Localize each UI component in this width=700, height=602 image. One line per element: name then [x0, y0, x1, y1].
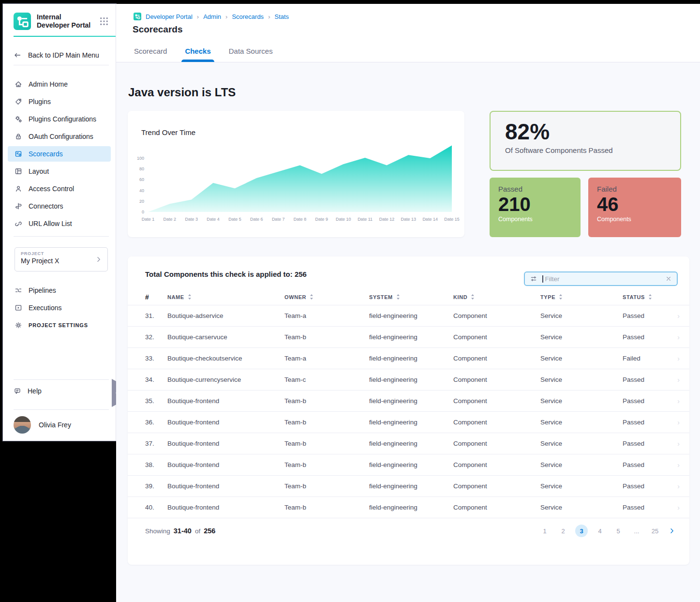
- table-row[interactable]: 36.Boutique-frontendTeam-bfield-engineer…: [128, 412, 689, 433]
- sidebar-item-label: Plugins: [29, 98, 51, 105]
- row-chevron-icon: ›: [677, 397, 680, 405]
- sidebar-item-project-settings[interactable]: PROJECT SETTINGS: [8, 317, 111, 333]
- cell-system: field-engineering: [369, 504, 453, 511]
- pass-percentage-caption: Of Software Components Passed: [505, 146, 666, 154]
- breadcrumb-admin[interactable]: Admin: [203, 13, 221, 20]
- tab-data-sources[interactable]: Data Sources: [229, 47, 273, 62]
- sidebar-item-executions[interactable]: Executions: [8, 300, 111, 316]
- row-chevron-icon: ›: [677, 376, 680, 384]
- sidebar-item-help[interactable]: Help: [14, 387, 42, 395]
- filter-sliders-icon[interactable]: [530, 275, 537, 283]
- filter-input[interactable]: Filter: [524, 271, 678, 286]
- cell-owner: Team-a: [284, 355, 369, 362]
- passed-caption: Components: [498, 216, 572, 223]
- app-grid-icon[interactable]: [99, 16, 109, 26]
- column-header-owner: OWNER: [284, 294, 369, 300]
- cell-type: Service: [540, 461, 623, 468]
- gear-icon: [15, 321, 22, 329]
- layout-icon: [15, 167, 22, 175]
- tab-scorecard[interactable]: Scorecard: [134, 47, 167, 62]
- column-header-num: #: [145, 293, 167, 301]
- divider: [14, 236, 109, 237]
- cell-name: Boutique-currencyservice: [167, 376, 284, 383]
- main-area: Developer Portal›Admin›Scorecards›Stats …: [116, 4, 700, 602]
- sort-icon[interactable]: [648, 294, 652, 300]
- divider: [14, 65, 109, 65]
- sort-icon[interactable]: [559, 294, 563, 300]
- cell-kind: Component: [453, 312, 540, 319]
- sidebar-item-access-control[interactable]: Access Control: [8, 181, 111, 196]
- page-2[interactable]: 2: [557, 525, 569, 537]
- table-row[interactable]: 37.Boutique-frontendTeam-bfield-engineer…: [128, 433, 689, 454]
- showing-label: Showing: [145, 527, 170, 535]
- sort-icon[interactable]: [396, 294, 400, 300]
- cell-system: field-engineering: [369, 461, 453, 468]
- cell-kind: Component: [453, 419, 540, 426]
- table-row[interactable]: 38.Boutique-frontendTeam-bfield-engineer…: [128, 454, 689, 476]
- column-label: NAME: [167, 294, 184, 300]
- close-icon[interactable]: [665, 275, 672, 282]
- sort-icon[interactable]: [310, 294, 313, 300]
- cell-system: field-engineering: [369, 419, 453, 426]
- project-selector[interactable]: PROJECT My Project X: [15, 247, 108, 271]
- row-num: 39.: [145, 482, 167, 490]
- total-count: 256: [204, 527, 215, 535]
- page-1[interactable]: 1: [538, 525, 551, 537]
- table-row[interactable]: 40.Boutique-frontendTeam-bfield-engineer…: [128, 497, 689, 518]
- sort-icon[interactable]: [188, 294, 192, 300]
- breadcrumb-stats[interactable]: Stats: [274, 13, 289, 20]
- page-3[interactable]: 3: [575, 525, 588, 537]
- table-row[interactable]: 39.Boutique-frontendTeam-bfield-engineer…: [128, 476, 689, 497]
- y-tick-label: 40: [128, 188, 144, 193]
- cell-name: Boutique-frontend: [167, 482, 284, 490]
- row-chevron-icon: ›: [677, 419, 680, 426]
- breadcrumb-scorecards[interactable]: Scorecards: [232, 13, 264, 20]
- avatar: [14, 416, 31, 434]
- scorecard-icon: [15, 150, 22, 158]
- sidebar-item-url-allow-list[interactable]: URL Allow List: [8, 216, 111, 231]
- cell-name: Boutique-adservice: [167, 312, 284, 319]
- row-chevron-icon: ›: [677, 482, 680, 490]
- sidebar-item-label: Scorecards: [29, 150, 63, 158]
- page-4[interactable]: 4: [594, 525, 606, 537]
- user-menu[interactable]: Olivia Frey: [14, 416, 71, 434]
- sidebar-item-pipelines[interactable]: Pipelines: [8, 283, 111, 298]
- sidebar-item-plugins[interactable]: Plugins: [8, 94, 111, 109]
- cell-system: field-engineering: [369, 482, 453, 490]
- cell-owner: Team-a: [284, 312, 369, 319]
- components-table-card: Total Components this check is applied t…: [128, 256, 689, 565]
- table-row[interactable]: 34.Boutique-currencyserviceTeam-cfield-e…: [128, 369, 689, 391]
- cell-owner: Team-b: [284, 397, 369, 405]
- sidebar-item-layout[interactable]: Layout: [8, 164, 111, 179]
- help-chat-icon: [14, 387, 21, 395]
- breadcrumb-developer-portal[interactable]: Developer Portal: [146, 13, 193, 20]
- sidebar-item-admin-home[interactable]: Admin Home: [8, 76, 111, 92]
- sidebar-item-oauth-configurations[interactable]: OAuth Configurations: [8, 129, 111, 144]
- table-row[interactable]: 31.Boutique-adserviceTeam-afield-enginee…: [128, 305, 689, 327]
- breadcrumb: Developer Portal›Admin›Scorecards›Stats: [134, 13, 289, 20]
- back-arrow-icon: [14, 51, 21, 59]
- sidebar-item-connectors[interactable]: Connectors: [8, 198, 111, 214]
- y-tick-label: 60: [128, 177, 144, 182]
- table-row[interactable]: 35.Boutique-frontendTeam-bfield-engineer…: [128, 391, 689, 412]
- divider: [14, 409, 109, 410]
- gears-icon: [15, 115, 22, 123]
- cell-kind: Component: [453, 397, 540, 405]
- sidebar-item-scorecards[interactable]: Scorecards: [8, 146, 111, 162]
- app-title: Internal Developer Portal: [37, 13, 90, 30]
- page-title: Scorecards: [133, 24, 183, 35]
- back-to-idp-main-menu[interactable]: Back to IDP Main Menu: [14, 48, 109, 62]
- page-5[interactable]: 5: [612, 525, 625, 537]
- pipeline-icon: [15, 286, 22, 294]
- sidebar-item-plugins-configurations[interactable]: Plugins Configurations: [8, 111, 111, 127]
- cell-system: field-engineering: [369, 397, 453, 405]
- table-header-row: #NAMEOWNERSYSTEMKINDTYPESTATUS: [128, 289, 689, 305]
- page-25[interactable]: 25: [649, 525, 661, 537]
- column-label: OWNER: [284, 294, 306, 300]
- tab-checks[interactable]: Checks: [185, 47, 210, 62]
- next-page-icon[interactable]: [668, 527, 676, 535]
- table-row[interactable]: 33.Boutique-checkoutserviceTeam-afield-e…: [128, 348, 689, 369]
- sort-icon[interactable]: [471, 294, 475, 300]
- table-row[interactable]: 32.Boutique-carservuceTeam-bfield-engine…: [128, 327, 689, 348]
- tabs: ScorecardChecksData Sources: [134, 47, 273, 62]
